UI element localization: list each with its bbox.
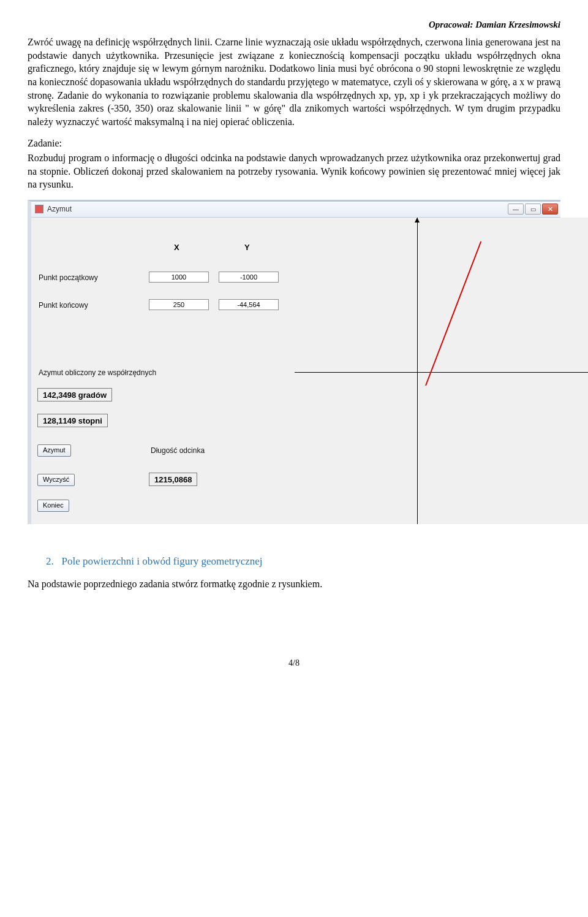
y1-input[interactable]: -1000 — [219, 272, 279, 283]
app-icon — [35, 205, 43, 213]
window-buttons: — ▭ ✕ — [508, 204, 558, 215]
start-point-label: Punkt początkowy — [39, 273, 98, 283]
window-titlebar: Azymut — ▭ ✕ — [31, 202, 560, 218]
length-label: Długość odcinka — [151, 446, 205, 455]
close-button[interactable]: ✕ — [542, 204, 558, 215]
column-x-header: X — [174, 242, 179, 253]
column-y-header: Y — [244, 242, 250, 253]
window-title: Azymut — [47, 204, 72, 214]
app-window: Azymut — ▭ ✕ X Y Punkt początkowy 1000 -… — [28, 200, 560, 524]
paragraph-intro: Zwróć uwagę na definicję współrzędnych l… — [28, 36, 560, 128]
x1-input[interactable]: 1000 — [149, 272, 209, 283]
maximize-button[interactable]: ▭ — [525, 204, 541, 215]
clear-button[interactable]: Wyczyść — [37, 474, 75, 486]
x-axis — [295, 372, 588, 373]
author-line: Opracował: Damian Krzesimowski — [28, 18, 560, 31]
azimuth-computed-label: Azymut obliczony ze współrzędnych — [39, 368, 156, 378]
task-text: Rozbuduj program o informację o długości… — [28, 151, 560, 191]
plotted-line — [425, 241, 481, 386]
y-axis — [417, 218, 418, 524]
task-label: Zadanie: — [28, 137, 560, 150]
section-title: Pole powierzchni i obwód figury geometry… — [62, 555, 263, 567]
plot-area — [295, 218, 588, 524]
end-point-label: Punkt końcowy — [39, 300, 88, 310]
y-axis-arrow-icon — [415, 218, 420, 223]
window-client-area: X Y Punkt początkowy 1000 -1000 Punkt ko… — [31, 218, 560, 524]
page-footer: 4/8 — [28, 658, 560, 669]
exit-button[interactable]: Koniec — [37, 500, 69, 512]
y2-input[interactable]: -44,564 — [219, 299, 279, 310]
azimuth-deg-readout: 128,1149 stopni — [37, 414, 108, 427]
section-heading: 2. Pole powierzchni i obwód figury geome… — [46, 555, 560, 569]
minimize-button[interactable]: — — [508, 204, 524, 215]
compute-azimuth-button[interactable]: Azymut — [37, 444, 71, 457]
azimuth-grad-readout: 142,3498 gradów — [37, 388, 112, 401]
section-number: 2. — [46, 555, 54, 567]
length-readout: 1215,0868 — [149, 473, 197, 486]
section-text: Na podstawie poprzedniego zadania stwórz… — [28, 577, 560, 591]
x2-input[interactable]: 250 — [149, 299, 209, 310]
